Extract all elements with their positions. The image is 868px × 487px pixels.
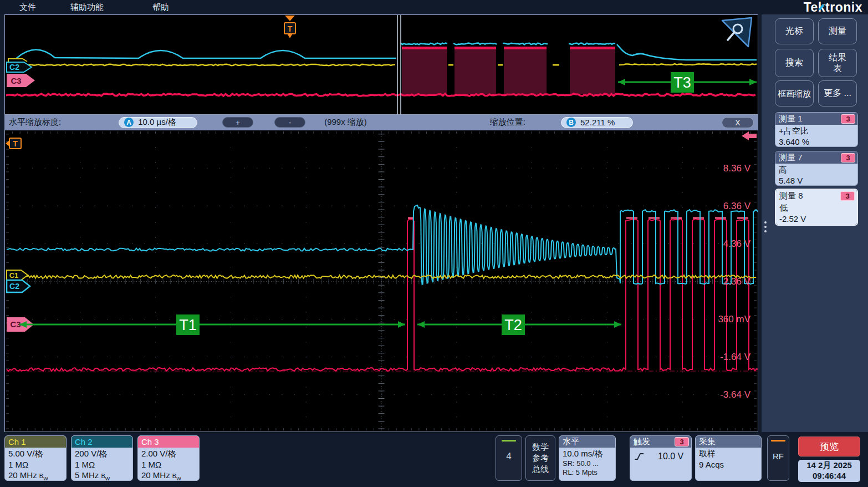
menu-help[interactable]: 帮助 xyxy=(152,2,169,13)
svg-text:T: T xyxy=(288,24,293,33)
source-channel-chip: 3 xyxy=(841,153,855,163)
knob-b-icon: B xyxy=(566,118,576,127)
acquisition-mode: 取样 xyxy=(699,448,758,459)
zoom-factor-label: (999x 缩放) xyxy=(324,117,367,128)
right-sidebar: 光标 测量 搜索 结果表 框画缩放 更多 ... 测量 13 +占空比3.640… xyxy=(762,14,868,432)
source-channel-chip: 3 xyxy=(841,114,855,124)
measurement-name: +占空比 xyxy=(779,125,854,136)
trigger-position-marker[interactable]: T xyxy=(284,16,295,38)
svg-text:4.36 V: 4.36 V xyxy=(723,239,751,249)
svg-text:C3: C3 xyxy=(11,76,21,85)
trigger-badge[interactable]: 触发3 10.0 V xyxy=(630,435,692,481)
ch2-bandwidth: 5 MHz BW xyxy=(75,470,129,481)
draw-zoom-button[interactable]: 框画缩放 xyxy=(775,80,814,106)
trigger-source-chip: 3 xyxy=(675,437,689,447)
trigger-source-tag[interactable]: T xyxy=(6,138,21,149)
horizontal-badge[interactable]: 水平 10.0 ms/格 SR: 50.0 ... RL: 5 Mpts xyxy=(559,435,616,481)
waveform-overview-panel: C2 C3 T T3 xyxy=(4,14,758,115)
measurement-badge-1[interactable]: 测量 13 +占空比3.640 % xyxy=(775,112,858,147)
add-channel-4-button[interactable]: 4 xyxy=(496,435,522,481)
zoom-scale-label: 水平缩放标度: xyxy=(9,117,61,128)
c2-channel-tag[interactable]: C2 xyxy=(7,280,30,292)
zoom-window-divider[interactable] xyxy=(397,15,401,114)
voltage-scale-labels: 8.36 V 6.36 V 4.36 V 2.36 V 360 mV -1.64… xyxy=(718,163,750,400)
trigger-level-arrow[interactable] xyxy=(742,131,757,140)
t1-annotation: T1 xyxy=(19,314,405,335)
svg-text:T1: T1 xyxy=(179,317,197,333)
cursors-button[interactable]: 光标 xyxy=(775,18,814,44)
measurement-title: 测量 8 xyxy=(779,191,840,201)
more-button[interactable]: 更多 ... xyxy=(818,80,857,106)
channel-4-color-bar xyxy=(502,440,516,442)
results-table-button[interactable]: 结果表 xyxy=(818,49,857,77)
zoom-in-button[interactable]: + xyxy=(222,117,253,128)
search-button[interactable]: 搜索 xyxy=(775,49,814,77)
rf-button[interactable]: RF xyxy=(767,435,789,481)
c1-channel-tag[interactable]: C1 xyxy=(7,270,28,280)
math-ref-bus-button[interactable]: 数学参考总线 xyxy=(525,435,555,481)
acquisition-badge[interactable]: 采集 取样 9 Acqs xyxy=(695,435,762,481)
svg-text:360 mV: 360 mV xyxy=(718,314,750,324)
zoom-scale-value: 10.0 µs/格 xyxy=(138,117,176,128)
channel-3-badge[interactable]: Ch 3 2.00 V/格 1 MΩ 20 MHz BW xyxy=(137,435,200,481)
svg-text:-1.64 V: -1.64 V xyxy=(720,352,750,362)
record-length: RL: 5 Mpts xyxy=(563,468,612,478)
channel-2-badge[interactable]: Ch 2 200 V/格 1 MΩ 5 MHz BW xyxy=(71,435,133,481)
ch3-bandwidth: 20 MHz BW xyxy=(141,470,196,481)
svg-text:6.36 V: 6.36 V xyxy=(723,201,751,211)
ch1-impedance: 1 MΩ xyxy=(8,459,63,470)
trigger-level: 10.0 V xyxy=(658,451,683,463)
sample-rate: SR: 50.0 ... xyxy=(563,459,612,469)
main-waveform-display: T C1 C2 C3 T1 xyxy=(4,130,758,432)
svg-text:T: T xyxy=(13,139,18,148)
c3-channel-tag[interactable]: C3 xyxy=(7,74,35,87)
measurement-title: 测量 7 xyxy=(779,153,841,163)
ch2-scale: 200 V/格 xyxy=(75,448,129,459)
measurement-name: 低 xyxy=(779,202,854,214)
zoom-position-value: 52.211 % xyxy=(580,118,615,127)
measurement-value: -2.52 V xyxy=(779,214,854,225)
svg-text:T2: T2 xyxy=(504,317,522,333)
measurement-value: 5.48 V xyxy=(779,175,854,186)
ch3-impedance: 1 MΩ xyxy=(141,459,196,470)
t3-annotation: T3 xyxy=(618,72,757,93)
panel-resize-handle[interactable] xyxy=(763,221,768,232)
menu-utility[interactable]: 辅助功能 xyxy=(70,2,104,13)
bottom-settings-bar: Ch 1 5.00 V/格 1 MΩ 20 MHz BW Ch 2 200 V/… xyxy=(0,432,868,487)
ch2-impedance: 1 MΩ xyxy=(75,459,129,470)
menu-file[interactable]: 文件 xyxy=(19,2,36,13)
t2-annotation: T2 xyxy=(417,314,621,335)
svg-text:T3: T3 xyxy=(673,74,691,91)
zoom-out-button[interactable]: - xyxy=(274,117,305,128)
knob-a-icon: A xyxy=(124,118,134,127)
measure-button[interactable]: 测量 xyxy=(818,18,857,44)
svg-text:C2: C2 xyxy=(9,282,19,291)
zoom-close-button[interactable]: X xyxy=(722,117,754,128)
measurement-badge-8[interactable]: 测量 83 低-2.52 V xyxy=(775,189,858,226)
ch1-scale: 5.00 V/格 xyxy=(8,448,63,459)
c2-channel-tag[interactable]: C2 xyxy=(7,62,32,72)
measurement-value: 3.640 % xyxy=(779,136,854,147)
main-waveforms xyxy=(6,205,758,371)
measurement-name: 高 xyxy=(779,164,854,175)
overview-waveforms xyxy=(6,43,757,97)
svg-text:C1: C1 xyxy=(9,271,19,280)
ch1-bandwidth: 20 MHz BW xyxy=(8,470,63,481)
graticule-grid xyxy=(6,131,757,430)
svg-text:C3: C3 xyxy=(10,319,21,329)
rising-edge-icon xyxy=(634,452,645,461)
preview-status-button[interactable]: 预览 xyxy=(798,437,860,456)
zoom-toolbar: 水平缩放标度: A 10.0 µs/格 + - (999x 缩放) 缩放位置: … xyxy=(4,115,758,130)
svg-text:-3.64 V: -3.64 V xyxy=(720,389,750,400)
zoom-position-control[interactable]: B 52.211 % xyxy=(561,117,633,128)
svg-text:8.36 V: 8.36 V xyxy=(723,163,751,174)
measurement-badge-7[interactable]: 测量 73 高5.48 V xyxy=(775,151,858,186)
zoom-position-label: 缩放位置: xyxy=(490,117,525,128)
acquisition-count: 9 Acqs xyxy=(699,459,758,470)
time-label: 09:46:44 xyxy=(813,471,846,481)
zoom-scale-control[interactable]: A 10.0 µs/格 xyxy=(119,117,197,128)
zoom-magnifier-icon[interactable] xyxy=(722,18,752,47)
channel-1-badge[interactable]: Ch 1 5.00 V/格 1 MΩ 20 MHz BW xyxy=(4,435,67,481)
source-channel-chip: 3 xyxy=(840,191,855,201)
svg-text:2.36 V: 2.36 V xyxy=(723,276,751,287)
